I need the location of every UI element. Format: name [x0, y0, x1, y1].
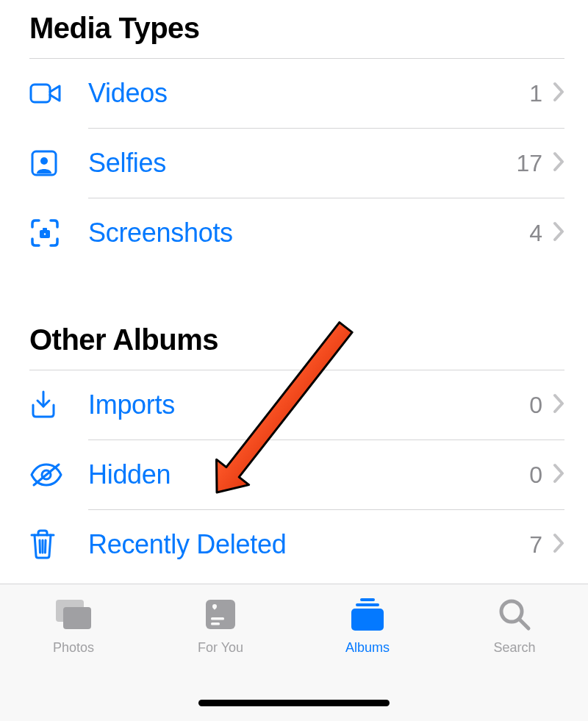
svg-point-5: [43, 232, 47, 237]
svg-rect-18: [351, 609, 384, 631]
albums-tab-icon: [348, 595, 387, 634]
row-recently-deleted[interactable]: Recently Deleted 7: [29, 510, 564, 579]
row-count: 17: [516, 150, 542, 177]
search-tab-icon: [498, 595, 531, 634]
row-count: 1: [529, 80, 542, 107]
chevron-right-icon: [553, 82, 564, 105]
svg-rect-12: [63, 607, 91, 629]
tab-for-you[interactable]: For You: [147, 595, 294, 656]
tab-label: For You: [198, 640, 243, 656]
row-count: 7: [529, 531, 542, 559]
photos-tab-icon: [53, 595, 94, 634]
video-icon: [29, 82, 88, 105]
svg-line-20: [520, 620, 528, 628]
svg-rect-0: [31, 85, 50, 102]
chevron-right-icon: [553, 463, 564, 487]
row-hidden[interactable]: Hidden 0: [29, 440, 564, 509]
selfie-icon: [29, 148, 88, 178]
row-count: 0: [529, 392, 542, 419]
import-icon: [29, 390, 88, 420]
row-count: 4: [529, 220, 542, 247]
tab-albums[interactable]: Albums: [294, 595, 441, 656]
section-title-other-albums: Other Albums: [29, 312, 564, 370]
row-selfies[interactable]: Selfies 17: [29, 129, 564, 198]
chevron-right-icon: [553, 151, 564, 175]
chevron-right-icon: [553, 533, 564, 556]
row-count: 0: [529, 462, 542, 489]
svg-rect-4: [43, 228, 47, 231]
row-screenshots[interactable]: Screenshots 4: [29, 198, 564, 268]
svg-line-10: [46, 540, 46, 553]
foryou-tab-icon: [204, 595, 237, 634]
tab-label: Search: [493, 640, 535, 656]
row-videos[interactable]: Videos 1: [29, 59, 564, 128]
svg-rect-17: [356, 603, 379, 606]
row-imports[interactable]: Imports 0: [29, 370, 564, 440]
svg-line-8: [40, 540, 40, 553]
row-label: Hidden: [88, 459, 529, 490]
svg-rect-14: [211, 617, 224, 620]
svg-rect-13: [206, 600, 235, 629]
tabbar: Photos For You Albums: [0, 584, 588, 721]
svg-rect-16: [360, 598, 375, 601]
row-label: Videos: [88, 78, 529, 109]
row-label: Imports: [88, 390, 529, 420]
trash-icon: [29, 529, 88, 560]
section-title-media-types: Media Types: [29, 0, 564, 58]
tab-label: Albums: [345, 640, 390, 656]
svg-point-2: [40, 157, 48, 165]
tab-search[interactable]: Search: [441, 595, 588, 656]
tab-photos[interactable]: Photos: [0, 595, 147, 656]
chevron-right-icon: [553, 221, 564, 245]
section-media-types: Media Types Videos 1: [29, 0, 564, 268]
screenshot-icon: [29, 218, 88, 248]
row-label: Recently Deleted: [88, 529, 529, 560]
svg-rect-15: [211, 623, 220, 625]
tab-label: Photos: [53, 640, 94, 656]
chevron-right-icon: [553, 393, 564, 417]
section-other-albums: Other Albums Imports 0: [29, 312, 564, 579]
row-label: Screenshots: [88, 218, 529, 248]
row-label: Selfies: [88, 148, 516, 179]
home-indicator[interactable]: [198, 700, 390, 706]
hidden-icon: [29, 462, 88, 488]
